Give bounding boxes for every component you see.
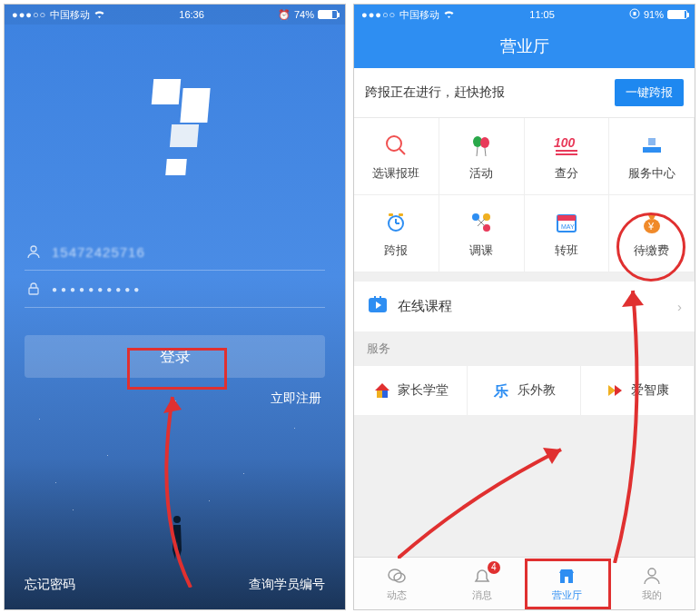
house-icon xyxy=(372,381,392,400)
battery-pct: 91% xyxy=(644,9,664,20)
magnify-icon xyxy=(381,131,410,160)
svc-label: 家长学堂 xyxy=(398,382,449,399)
svg-point-5 xyxy=(387,136,401,151)
play-icon xyxy=(367,294,389,319)
svg-line-9 xyxy=(477,147,478,156)
person-icon xyxy=(641,565,663,587)
lock-icon xyxy=(25,280,43,298)
svg-point-8 xyxy=(480,137,489,148)
grid-label: 待缴费 xyxy=(634,242,669,259)
svc-label: 乐外教 xyxy=(518,382,556,399)
footer-links: 忘记密码 查询学员编号 xyxy=(5,560,345,609)
grid-label: 查分 xyxy=(555,165,578,182)
svg-text:¥: ¥ xyxy=(647,221,655,232)
svc-aizhikang[interactable]: 爱智康 xyxy=(581,366,695,415)
clock-time: 11:05 xyxy=(529,9,555,20)
person-icon xyxy=(25,242,43,261)
chevron-right-icon: › xyxy=(677,299,682,314)
carrier-label: 中国移动 xyxy=(50,8,90,22)
bell-icon: 4 xyxy=(471,565,493,587)
svg-rect-4 xyxy=(633,12,636,15)
online-course-label: 在线课程 xyxy=(398,298,452,315)
tab-feed[interactable]: 动态 xyxy=(354,558,439,609)
svc-parent-school[interactable]: 家长学堂 xyxy=(354,366,468,415)
grid-label: 选课报班 xyxy=(372,165,419,182)
battery-icon xyxy=(667,10,687,19)
online-course-row[interactable]: 在线课程 › xyxy=(354,282,695,331)
alarm-icon: ⏰ xyxy=(278,9,291,21)
status-bar: ●●●○○ 中国移动 16:36 ⏰ 74% xyxy=(5,5,345,25)
carrier-label: 中国移动 xyxy=(399,8,439,22)
grid-pending-fee[interactable]: ¥ 待缴费 xyxy=(609,195,695,272)
login-form: 15472425716 ●●●●●●●●●● 登录 立即注册 xyxy=(5,233,345,407)
svg-rect-39 xyxy=(565,577,568,583)
grid-service-center[interactable]: 服务中心 xyxy=(609,118,695,195)
question-mark-logo xyxy=(134,79,216,179)
phone-login: ●●●○○ 中国移动 16:36 ⏰ 74% xyxy=(4,4,346,610)
svg-rect-15 xyxy=(648,138,656,145)
username-field[interactable]: 15472425716 xyxy=(25,233,325,271)
password-field[interactable]: ●●●●●●●●●● xyxy=(25,271,325,308)
notice-action-button[interactable]: 一键跨报 xyxy=(615,79,684,106)
login-button[interactable]: 登录 xyxy=(25,335,325,378)
chevrons-icon xyxy=(606,381,626,400)
grid-select-course[interactable]: 选课报班 xyxy=(354,118,439,195)
password-value: ●●●●●●●●●● xyxy=(52,284,143,294)
tab-label: 我的 xyxy=(642,588,662,602)
svc-le-teacher[interactable]: 乐 乐外教 xyxy=(468,366,581,415)
wifi-icon xyxy=(443,10,455,19)
badge-count: 4 xyxy=(488,561,500,574)
grid-activity[interactable]: 活动 xyxy=(439,118,525,195)
grid-score[interactable]: 100 查分 xyxy=(525,118,610,195)
battery-pct: 74% xyxy=(294,9,314,20)
person-silhouette xyxy=(168,514,186,559)
grid-label: 活动 xyxy=(469,165,493,182)
grid-label: 服务中心 xyxy=(628,165,675,182)
forgot-password-link[interactable]: 忘记密码 xyxy=(25,577,75,593)
calendar-icon: MAY xyxy=(552,208,581,237)
svg-text:乐: 乐 xyxy=(493,383,508,399)
shop-icon xyxy=(556,565,577,587)
signal-dots: ●●●○○ xyxy=(361,9,396,20)
svg-rect-34 xyxy=(377,391,382,398)
tab-bar: 动态 4 消息 营业厅 我的 xyxy=(354,557,695,609)
lookup-student-link[interactable]: 查询学员编号 xyxy=(249,577,325,593)
username-value: 15472425716 xyxy=(52,244,145,260)
status-bar: ●●●○○ 中国移动 11:05 91% xyxy=(354,5,695,25)
battery-icon xyxy=(318,10,338,19)
svg-rect-26 xyxy=(557,215,576,221)
svg-point-40 xyxy=(648,569,656,576)
moneybag-icon: ¥ xyxy=(637,208,666,237)
grid-transfer[interactable]: MAY 转班 xyxy=(525,195,610,272)
le-icon: 乐 xyxy=(492,381,512,400)
swap-icon xyxy=(467,208,496,237)
svg-line-10 xyxy=(485,148,486,156)
grid-adjust-course[interactable]: 调课 xyxy=(439,195,525,272)
svg-rect-1 xyxy=(29,288,38,294)
svg-rect-14 xyxy=(643,147,661,153)
logo-area xyxy=(5,25,345,233)
tab-messages[interactable]: 4 消息 xyxy=(439,558,525,609)
phone-hall: ●●●○○ 中国移动 11:05 91% 营业厅 跨报正在进行，赶快抢报 一键跨… xyxy=(353,4,695,610)
tab-mine[interactable]: 我的 xyxy=(609,558,695,609)
svg-point-0 xyxy=(31,246,36,252)
svg-rect-21 xyxy=(399,213,403,216)
chat-icon xyxy=(386,565,408,587)
tab-label: 营业厅 xyxy=(552,588,582,602)
svg-point-2 xyxy=(173,516,181,523)
grid-label: 调课 xyxy=(469,242,493,259)
wifi-icon xyxy=(94,10,105,19)
svg-text:100: 100 xyxy=(554,135,576,150)
page-title: 营业厅 xyxy=(354,25,695,68)
service-header: 服务 xyxy=(354,331,695,366)
grid-cross-report[interactable]: 跨报 xyxy=(354,195,439,272)
register-link[interactable]: 立即注册 xyxy=(25,391,325,407)
annotation-arrow-tab xyxy=(398,440,579,559)
notice-bar: 跨报正在进行，赶快抢报 一键跨报 xyxy=(354,68,695,118)
balloons-icon xyxy=(467,131,496,160)
score-icon: 100 xyxy=(552,131,581,160)
grid-label: 转班 xyxy=(555,242,578,259)
tab-hall[interactable]: 营业厅 xyxy=(525,558,610,609)
rotation-lock-icon xyxy=(629,8,640,21)
tab-label: 消息 xyxy=(472,588,492,602)
